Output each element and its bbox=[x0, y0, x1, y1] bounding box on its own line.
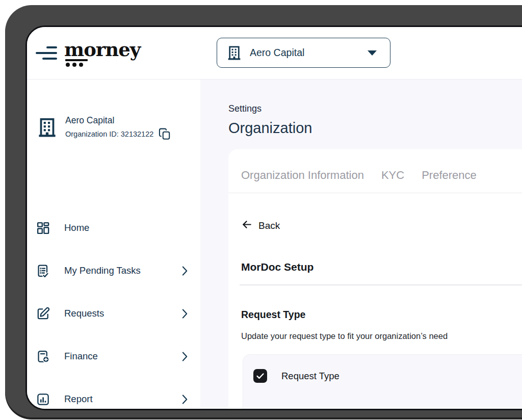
org-switcher-label: Aero Capital bbox=[250, 47, 304, 59]
brand-logo-text: morney bbox=[64, 38, 140, 61]
chevron-down-icon bbox=[368, 50, 377, 56]
sidebar-item-label: Report bbox=[64, 393, 93, 405]
sidebar-item-label: Requests bbox=[64, 308, 104, 319]
sidebar-org-name: Aero Capital bbox=[65, 115, 171, 126]
building-icon bbox=[36, 116, 59, 141]
building-icon bbox=[226, 44, 243, 61]
finance-icon bbox=[36, 349, 51, 364]
request-type-heading: Request Type bbox=[241, 309, 522, 321]
sidebar-org-id: Organization ID: 32132122 bbox=[65, 130, 153, 138]
section-title: MorDoc Setup bbox=[241, 261, 522, 273]
sidebar-item-label: Home bbox=[64, 222, 89, 233]
tab-bar: Organization Information KYC Preference bbox=[228, 149, 522, 193]
chevron-right-icon bbox=[182, 352, 188, 361]
sidebar-org-block: Aero Capital Organization ID: 32132122 bbox=[36, 115, 171, 141]
request-type-description: Update your request type to fit your org… bbox=[241, 331, 522, 341]
chevron-right-icon bbox=[182, 266, 188, 276]
section-divider bbox=[240, 284, 522, 285]
sidebar-item-finance[interactable]: Finance bbox=[27, 345, 200, 368]
request-type-option-label: Request Type bbox=[281, 369, 340, 383]
tab-preference[interactable]: Preference bbox=[422, 169, 477, 182]
back-label: Back bbox=[258, 220, 280, 231]
tasks-icon bbox=[36, 264, 51, 278]
sidebar-item-my-pending-tasks[interactable]: My Pending Tasks bbox=[27, 259, 200, 282]
report-icon bbox=[36, 392, 51, 407]
sidebar-nav: Home bbox=[27, 216, 200, 410]
edit-icon bbox=[36, 306, 51, 321]
tab-kyc[interactable]: KYC bbox=[381, 169, 404, 182]
menu-toggle-icon[interactable] bbox=[36, 46, 57, 60]
back-button[interactable]: Back bbox=[241, 219, 280, 232]
copy-icon[interactable] bbox=[158, 127, 171, 141]
sidebar: Aero Capital Organization ID: 32132122 bbox=[27, 80, 200, 409]
brand-logo-underline bbox=[65, 59, 88, 61]
device-frame: morney bbox=[5, 5, 522, 417]
breadcrumb: Settings bbox=[228, 103, 522, 114]
request-type-option-card: Request Type bbox=[243, 354, 522, 410]
request-type-checkbox[interactable] bbox=[253, 369, 267, 383]
brand-logo-dots bbox=[66, 63, 83, 67]
organization-card: Organization Information KYC Preference … bbox=[228, 149, 522, 409]
sidebar-item-report[interactable]: Report bbox=[27, 387, 200, 410]
page-title: Organization bbox=[228, 120, 522, 137]
app-window: morney bbox=[25, 25, 522, 410]
brand-logo: morney bbox=[64, 38, 140, 68]
app-header: morney bbox=[27, 27, 522, 80]
main-content: Settings Organization Organization Infor… bbox=[200, 80, 522, 409]
chevron-right-icon bbox=[182, 395, 188, 404]
dashboard-icon bbox=[36, 221, 51, 235]
chevron-right-icon bbox=[182, 309, 188, 319]
screenshot-canvas: morney bbox=[0, 0, 522, 420]
org-switcher-dropdown[interactable]: Aero Capital bbox=[217, 38, 390, 68]
sidebar-item-home[interactable]: Home bbox=[27, 216, 200, 240]
app-body: Aero Capital Organization ID: 32132122 bbox=[27, 80, 522, 409]
sidebar-item-label: My Pending Tasks bbox=[64, 265, 141, 276]
arrow-left-icon bbox=[241, 219, 253, 232]
sidebar-item-label: Finance bbox=[64, 351, 98, 362]
sidebar-item-requests[interactable]: Requests bbox=[27, 302, 200, 325]
tab-organization-information[interactable]: Organization Information bbox=[241, 169, 364, 182]
